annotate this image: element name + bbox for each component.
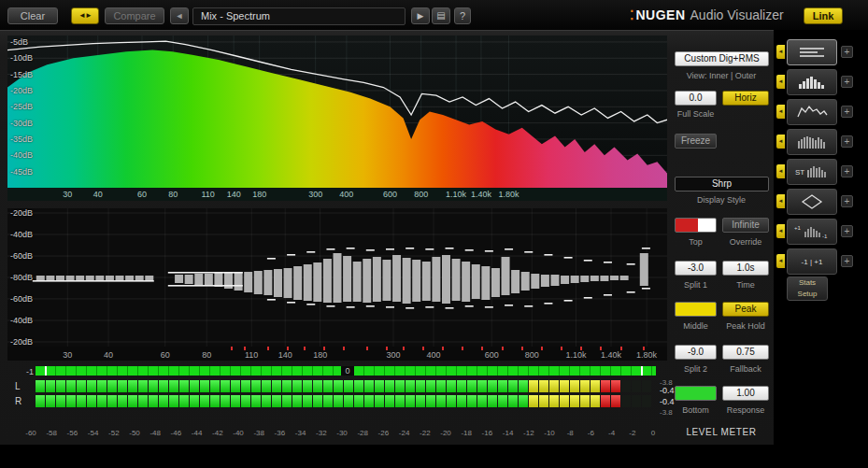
help-button[interactable]: ? [454, 7, 471, 24]
meter-segment [159, 395, 168, 407]
top-color-swatch[interactable] [675, 218, 717, 233]
compare-button[interactable]: Compare [105, 7, 164, 24]
clear-button[interactable]: Clear [7, 7, 58, 24]
clip-tick [643, 347, 645, 350]
module-correlation-button[interactable]: -1 | +1 [787, 248, 837, 275]
infinite-button[interactable]: Infinite [722, 218, 769, 233]
horiz-button[interactable]: Horiz [722, 91, 769, 106]
swap-arrows-icon[interactable]: ◄► [71, 7, 99, 24]
correlation-meter: 0 [36, 366, 656, 376]
level-meter-title: LEVEL METER [669, 427, 774, 437]
meter-segment [580, 380, 590, 392]
bias-bars-icon: +1 -1 [793, 223, 831, 240]
fallback-field[interactable]: 0.75 [722, 345, 769, 360]
module-add-button[interactable]: + [841, 255, 853, 267]
split1-field[interactable]: -3.0 [675, 261, 717, 276]
meter-segment [56, 380, 65, 392]
module-tab-icon[interactable]: ◄ [776, 254, 785, 268]
prev-preset-button[interactable]: ◄ [170, 7, 189, 24]
middle-color-swatch[interactable] [675, 302, 717, 317]
meter-segment [97, 380, 107, 392]
meter-segment [77, 380, 86, 392]
db-label: -45dB [10, 167, 33, 177]
meter-segment [66, 380, 76, 392]
module-bars-button[interactable] [787, 129, 837, 155]
module-tab-icon[interactable]: ◄ [776, 105, 785, 119]
logo-brand: NUGEN [635, 7, 685, 22]
preset-list-button[interactable]: ▤ [432, 7, 450, 24]
module-add-button[interactable]: + [841, 106, 853, 118]
meter-segment [508, 380, 518, 392]
lines-icon [796, 44, 828, 61]
meter-tick-label: -40 [227, 429, 249, 437]
meter-segment [77, 395, 86, 407]
meter-segment [591, 380, 600, 392]
meter-mode-dropdown[interactable]: Custom Dig+RMS [675, 51, 769, 66]
module-add-button[interactable]: + [841, 195, 853, 207]
module-tab-icon[interactable]: ◄ [776, 164, 785, 178]
module-add-button[interactable]: + [841, 46, 853, 58]
time-field[interactable]: 1.0s [722, 261, 769, 276]
freq-label: 110 [238, 350, 264, 360]
meter-segment [632, 395, 641, 407]
clip-tick [386, 347, 388, 350]
meter-segment [467, 395, 477, 407]
module-tab-icon[interactable]: ◄ [776, 194, 785, 208]
module-add-button[interactable]: + [841, 225, 853, 237]
meter-segment [118, 380, 127, 392]
clip-tick [580, 347, 582, 350]
module-tab-icon[interactable]: ◄ [776, 224, 785, 238]
db-label: -35dB [10, 135, 33, 144]
split2-field[interactable]: -9.0 [675, 345, 717, 360]
display-style-dropdown[interactable]: Shrp [675, 177, 769, 191]
module-tab-icon[interactable]: ◄ [776, 135, 785, 149]
stats-setup-line2: Setup [788, 289, 827, 300]
freq-label: 110 [195, 190, 221, 199]
split-spectrum-plot [7, 208, 667, 347]
module-bias-button[interactable]: +1 -1 [787, 219, 837, 245]
meter-segment [488, 380, 497, 392]
meter-segment [375, 395, 384, 407]
meter-tick-label: -32 [310, 429, 333, 437]
meter-segment [601, 380, 610, 392]
meter-segment [282, 395, 292, 407]
stats-setup-button[interactable]: Stats Setup [787, 277, 828, 301]
bottom-color-swatch[interactable] [675, 386, 717, 401]
response-field[interactable]: 1.00 [722, 386, 769, 401]
split1-label: Split 1 [675, 280, 717, 291]
module-tab-icon[interactable]: ◄ [776, 45, 785, 59]
meter-segment [344, 395, 353, 407]
meter-segment [416, 395, 425, 407]
preset-field[interactable]: Mix - Spectrum [192, 7, 406, 25]
logo-dots-icon: ⁚ [630, 7, 633, 22]
module-tab-icon[interactable]: ◄ [776, 75, 785, 89]
module-spectrum-button[interactable] [787, 39, 837, 65]
meter-segment [107, 380, 117, 392]
module-stereo-bars-button[interactable]: ST [787, 159, 837, 185]
meter-tick-label: -34 [290, 429, 312, 437]
freq-label: 1.40k [468, 190, 494, 199]
clip-tick [462, 347, 463, 350]
meter-segment [354, 380, 363, 392]
meter-segment [354, 395, 363, 407]
correlation-hold-tick [45, 366, 47, 376]
full-scale-field[interactable]: 0.0 [675, 91, 717, 106]
meter-tick-label: -56 [61, 429, 83, 437]
module-histogram-button[interactable] [787, 69, 837, 95]
meter-tick-label: -10 [538, 429, 561, 437]
db-label: -20dB [10, 208, 33, 218]
meter-segment [200, 380, 209, 392]
play-button[interactable]: ▶ [411, 7, 430, 24]
module-curve-button[interactable] [787, 99, 837, 125]
peak-hold-button[interactable]: Peak [722, 302, 769, 317]
meter-segment [313, 380, 322, 392]
freq-label: 80 [193, 350, 220, 360]
module-add-button[interactable]: + [841, 165, 853, 177]
module-add-button[interactable]: + [841, 135, 853, 148]
link-button[interactable]: Link [804, 7, 843, 24]
module-vectorscope-button[interactable] [787, 189, 837, 215]
meter-segment [210, 395, 220, 407]
freeze-button[interactable]: Freeze [675, 134, 717, 149]
module-add-button[interactable]: + [841, 76, 853, 88]
meter-tick-label: -12 [518, 429, 540, 437]
